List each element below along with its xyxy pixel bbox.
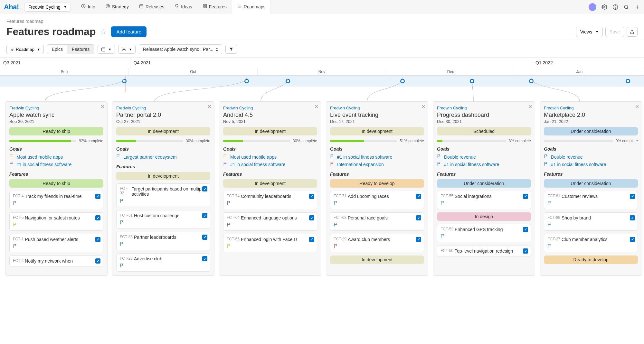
feature-card[interactable]: FCT-5 Navigation for safest routes (9, 212, 103, 231)
feature-card[interactable]: FCT-88 Shop by brand (544, 212, 638, 231)
star-icon[interactable]: ☆ (100, 28, 107, 36)
close-icon[interactable]: ✕ (314, 104, 318, 110)
feature-card[interactable]: FCT-31 Host custom challenge (116, 210, 210, 228)
feature-card[interactable]: FCT-27 Club member analytics (544, 234, 638, 252)
column-workspace[interactable]: Fredwin Cycling (330, 106, 424, 110)
tab-epics[interactable]: Epics (47, 45, 67, 54)
feature-card[interactable]: FCT-63 Personal race goals (330, 212, 424, 231)
checkbox-icon[interactable] (523, 227, 528, 232)
share-button[interactable] (627, 27, 638, 37)
checkbox-icon[interactable] (523, 194, 528, 199)
tab-features[interactable]: Features (67, 45, 94, 54)
release-title[interactable]: Partner portal 2.0 (116, 112, 210, 118)
progress-row: 30% complete (116, 139, 210, 143)
views-button[interactable]: Views ▼ (576, 27, 603, 37)
goal-link[interactable]: Double revenue (544, 154, 638, 160)
nav-ideas[interactable]: Ideas (169, 0, 197, 14)
checkbox-icon[interactable] (416, 194, 421, 199)
nav-releases[interactable]: Releases (134, 0, 169, 14)
nav-roadmaps[interactable]: Roadmaps (232, 0, 271, 14)
goal-link[interactable]: #1 in social fitness software (9, 162, 103, 167)
user-avatar[interactable] (589, 3, 596, 11)
checkbox-icon[interactable] (416, 237, 421, 242)
close-icon[interactable]: ✕ (100, 104, 105, 110)
goals-heading: Goals (330, 146, 424, 152)
goal-link[interactable]: International expansion (330, 162, 424, 167)
checkbox-icon[interactable] (523, 248, 528, 254)
checkbox-icon[interactable] (95, 237, 100, 242)
feature-title: Navigation for safest routes (25, 215, 80, 220)
release-title[interactable]: Apple watch sync (9, 112, 103, 118)
goal-link[interactable]: #1 in social fitness software (544, 162, 638, 167)
checkbox-icon[interactable] (95, 194, 100, 199)
goal-link[interactable]: Most used mobile apps (223, 154, 317, 160)
settings-button[interactable]: ▼ (118, 45, 136, 54)
checkbox-icon[interactable] (95, 258, 100, 264)
checkbox-icon[interactable] (630, 237, 635, 242)
date-button[interactable]: ▼ (98, 45, 115, 54)
column-workspace[interactable]: Fredwin Cycling (116, 106, 210, 110)
checkbox-icon[interactable] (202, 186, 207, 191)
feature-card[interactable]: FCT-50 Top-level navigation redesign (437, 246, 531, 256)
gear-icon[interactable] (601, 4, 607, 10)
svg-point-2 (83, 5, 84, 5)
release-title[interactable]: Progress dashboard (437, 112, 531, 118)
column-workspace[interactable]: Fredwin Cycling (544, 106, 638, 110)
feature-card[interactable]: FCT-53 Enhanced GPS tracking (437, 224, 531, 242)
goal-link[interactable]: #1 in social fitness software (223, 162, 317, 167)
checkbox-icon[interactable] (630, 215, 635, 220)
plus-icon[interactable] (634, 4, 640, 10)
checkbox-icon[interactable] (630, 194, 635, 199)
top-nav: Aha! Fredwin Cycling ▼ InfoStrategyRelea… (0, 0, 644, 14)
checkbox-icon[interactable] (202, 256, 207, 261)
checkbox-icon[interactable] (95, 215, 100, 220)
feature-card[interactable]: FCT-65 Enhanced login with FaceID (223, 234, 317, 252)
feature-card[interactable]: FCT-81 Customer reviews (544, 191, 638, 209)
goal-link[interactable]: Double revenue (437, 154, 531, 160)
releases-filter[interactable]: Releases: Apple watch sync , Par... ▴▾ (139, 44, 222, 54)
goal-link[interactable]: Most used mobile apps (9, 154, 103, 160)
goal-link[interactable]: Largest partner ecosystem (116, 154, 210, 160)
feature-card[interactable]: FCT-55 Social integrations (437, 191, 531, 209)
checkbox-icon[interactable] (202, 213, 207, 218)
goal-link[interactable]: #1 in social fitness software (330, 154, 424, 160)
nav-strategy[interactable]: Strategy (100, 0, 134, 14)
nav-features[interactable]: Features (197, 0, 232, 14)
checkbox-icon[interactable] (309, 215, 314, 220)
search-icon[interactable] (623, 4, 629, 10)
column-workspace[interactable]: Fredwin Cycling (9, 106, 103, 110)
checkbox-icon[interactable] (309, 237, 314, 242)
goal-link[interactable]: #1 in social fitness software (437, 162, 531, 167)
feature-card[interactable]: FCT-29 Award club members (330, 234, 424, 252)
feature-card[interactable]: FCT-1 Push based weather alerts (9, 234, 103, 252)
feature-card[interactable]: FCT-74 Community leaderboards (223, 191, 317, 209)
feature-card[interactable]: FCT-83 Partner leaderboards (116, 232, 210, 250)
workspace-selector[interactable]: Fredwin Cycling ▼ (24, 3, 71, 12)
close-icon[interactable]: ✕ (528, 104, 532, 110)
feature-card[interactable]: FCT-2 Notify my network when (9, 256, 103, 266)
feature-card[interactable]: FCT-4 Track my friends in real-time (9, 191, 103, 209)
feature-card[interactable]: FCT-28 Advertise club (116, 253, 210, 272)
feature-group-status: Under consideration (437, 179, 531, 188)
checkbox-icon[interactable] (202, 235, 207, 240)
release-title[interactable]: Android 4.5 (223, 112, 317, 118)
nav-info[interactable]: Info (76, 0, 100, 14)
roadmap-view-button[interactable]: Roadmap ▼ (6, 45, 44, 54)
close-icon[interactable]: ✕ (635, 104, 639, 110)
checkbox-icon[interactable] (416, 215, 421, 220)
flag-icon (437, 162, 441, 167)
release-title[interactable]: Marketplace 2.0 (544, 112, 638, 118)
feature-card[interactable]: FCT-32 Target participants based on mult… (116, 183, 210, 207)
filter-button[interactable] (225, 45, 237, 54)
column-workspace[interactable]: Fredwin Cycling (437, 106, 531, 110)
column-workspace[interactable]: Fredwin Cycling (223, 106, 317, 110)
checkbox-icon[interactable] (309, 194, 314, 199)
close-icon[interactable]: ✕ (421, 104, 425, 110)
feature-card[interactable]: FCT-71 Add upcoming races (330, 191, 424, 209)
close-icon[interactable]: ✕ (207, 104, 212, 110)
help-icon[interactable] (612, 4, 618, 10)
save-button[interactable]: Save (605, 27, 624, 37)
add-feature-button[interactable]: Add feature (111, 26, 147, 37)
feature-card[interactable]: FCT-64 Enhanced language options (223, 212, 317, 231)
release-title[interactable]: Live event tracking (330, 112, 424, 118)
